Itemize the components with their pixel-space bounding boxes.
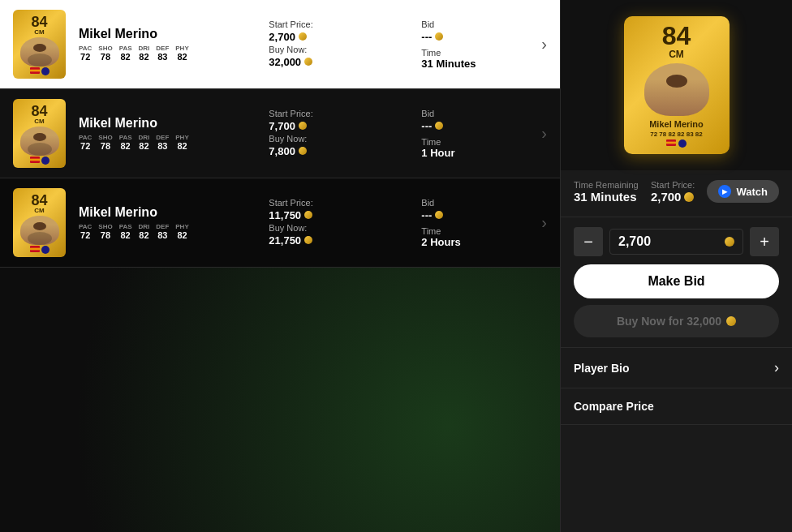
stat-pas: PAS 82 <box>119 223 132 240</box>
start-price-label: Start Price: <box>269 198 312 208</box>
large-player-face <box>644 63 709 116</box>
buy-now-label: Buy Now: <box>269 45 307 54</box>
stat-def-value: 83 <box>157 230 167 240</box>
make-bid-label: Make Bid <box>648 274 704 288</box>
player-card-thumbnail: 84 CM <box>13 188 66 257</box>
stat-pas-value: 82 <box>120 230 130 240</box>
time-remaining-value: 31 Minutes <box>574 190 639 204</box>
stat-pas-label: PAS <box>119 134 132 141</box>
start-price-value: 11,750 <box>269 209 301 221</box>
left-panel: 84 CM Mikel Merino PAC 72 SHO 78 <box>0 0 560 532</box>
buy-now-label: Buy Now: <box>269 134 307 144</box>
time-remaining-label: Time Remaining <box>574 180 639 190</box>
player-card-thumbnail: 84 CM <box>13 99 66 168</box>
watch-button[interactable]: ▶ Watch <box>707 180 779 203</box>
start-price-row: Start Price: <box>269 19 415 29</box>
coin-icon <box>299 32 307 41</box>
listing-row[interactable]: 84 CM Mikel Merino PAC 72 SHO 78 <box>0 178 560 268</box>
player-face <box>20 127 59 156</box>
bid-amount: --- <box>421 120 432 132</box>
bid-amount: --- <box>421 209 432 221</box>
player-name: Mikel Merino <box>79 205 262 220</box>
bid-minus-button[interactable]: − <box>574 227 603 256</box>
start-price-label: Start Price: <box>651 180 695 190</box>
listing-row[interactable]: 84 CM Mikel Merino PAC 72 SHO 78 <box>0 0 560 89</box>
club-icon <box>41 157 50 165</box>
time-remaining-section: Time Remaining 31 Minutes <box>574 180 639 204</box>
flag-spain <box>666 139 676 146</box>
stat-pas-label: PAS <box>119 45 132 52</box>
time-value: 1 Hour <box>421 147 535 159</box>
large-card-stats-text: 72 78 82 82 83 82 <box>650 131 703 138</box>
card-flags <box>30 246 50 254</box>
stat-pac-label: PAC <box>79 134 92 141</box>
chevron-right-icon: › <box>541 213 547 232</box>
stats-row: PAC 72 SHO 78 PAS 82 DRI 82 DEF 83 <box>79 45 262 62</box>
card-rating: 84 <box>31 15 47 29</box>
large-card-rating: 84 <box>662 23 691 49</box>
stat-pas: PAS 82 <box>119 45 132 62</box>
stat-dri: DRI 82 <box>139 45 150 62</box>
stat-pac: PAC 72 <box>79 45 92 62</box>
side-details: Time Remaining 31 Minutes Start Price: 2… <box>561 170 792 217</box>
stat-dri: DRI 82 <box>139 223 150 240</box>
bid-info: Bid --- Time 2 Hours <box>421 198 535 248</box>
coin-icon <box>435 32 443 41</box>
bid-plus-button[interactable]: + <box>750 227 779 256</box>
compare-price-option[interactable]: Compare Price <box>561 388 792 425</box>
bid-input-row: − 2,700 + <box>574 227 779 256</box>
player-bio-option[interactable]: Player Bio › <box>561 348 792 388</box>
bid-header-label: Bid <box>421 19 434 29</box>
listing-row[interactable]: 84 CM Mikel Merino PAC 72 SHO 78 <box>0 89 560 178</box>
stat-sho-value: 78 <box>101 230 110 240</box>
make-bid-button[interactable]: Make Bid <box>574 264 779 298</box>
start-price-value-row: 2,700 <box>269 31 415 43</box>
start-price-value: 7,700 <box>269 120 295 132</box>
watch-icon: ▶ <box>718 185 731 198</box>
bid-input-value: 2,700 <box>618 234 651 249</box>
buy-now-value-row: 7,800 <box>269 145 415 157</box>
time-value: 2 Hours <box>421 236 535 248</box>
start-price-row: Start Price: <box>269 109 415 118</box>
stat-phy-label: PHY <box>175 45 188 52</box>
time-label: Time <box>421 48 535 58</box>
large-card-stats: 72 78 82 82 83 82 <box>650 131 703 138</box>
stat-pac: PAC 72 <box>79 134 92 151</box>
buy-now-row: Buy Now: <box>269 134 415 144</box>
price-info: Start Price: 7,700 Buy Now: 7,800 <box>269 109 415 159</box>
card-position: CM <box>34 208 44 214</box>
right-panel: 84 CM Mikel Merino 72 78 82 82 83 82 Tim… <box>560 0 792 532</box>
buy-now-row: Buy Now: <box>269 45 415 54</box>
compare-price-label: Compare Price <box>574 400 654 413</box>
stat-def-label: DEF <box>156 45 169 52</box>
card-flags <box>30 157 50 165</box>
stat-pac-value: 72 <box>80 52 90 62</box>
bid-header-label: Bid <box>421 109 434 118</box>
buy-now-value-row: 21,750 <box>269 234 415 247</box>
stat-sho: SHO 78 <box>98 45 112 62</box>
stat-def: DEF 83 <box>156 223 169 240</box>
card-rating: 84 <box>31 193 47 208</box>
bid-label-row: Bid <box>421 109 535 118</box>
stat-phy-value: 82 <box>177 52 187 62</box>
start-price-section: Start Price: 2,700 <box>651 180 695 204</box>
bid-header-label: Bid <box>421 198 434 208</box>
large-card-name: Mikel Merino <box>649 119 704 129</box>
buy-now-value: 21,750 <box>269 234 301 247</box>
chevron-right-icon: › <box>774 359 779 376</box>
buy-now-button[interactable]: Buy Now for 32,000 <box>574 305 779 337</box>
large-card-flags <box>666 139 687 148</box>
player-info: Mikel Merino PAC 72 SHO 78 PAS 82 DRI 82 <box>79 205 262 240</box>
start-price-value-row: 7,700 <box>269 120 415 132</box>
player-info: Mikel Merino PAC 72 SHO 78 PAS 82 DRI 82 <box>79 27 262 62</box>
stat-sho: SHO 78 <box>98 223 112 240</box>
stat-sho-label: SHO <box>98 223 112 230</box>
coin-icon <box>299 122 307 130</box>
stat-def: DEF 83 <box>156 45 169 62</box>
bid-value: --- <box>421 209 535 221</box>
stat-pas-value: 82 <box>120 52 130 62</box>
start-price-row: Start Price: <box>269 198 415 208</box>
bid-input-field[interactable]: 2,700 <box>609 229 743 255</box>
stat-pac-label: PAC <box>79 223 92 230</box>
stat-phy: PHY 82 <box>175 134 188 151</box>
